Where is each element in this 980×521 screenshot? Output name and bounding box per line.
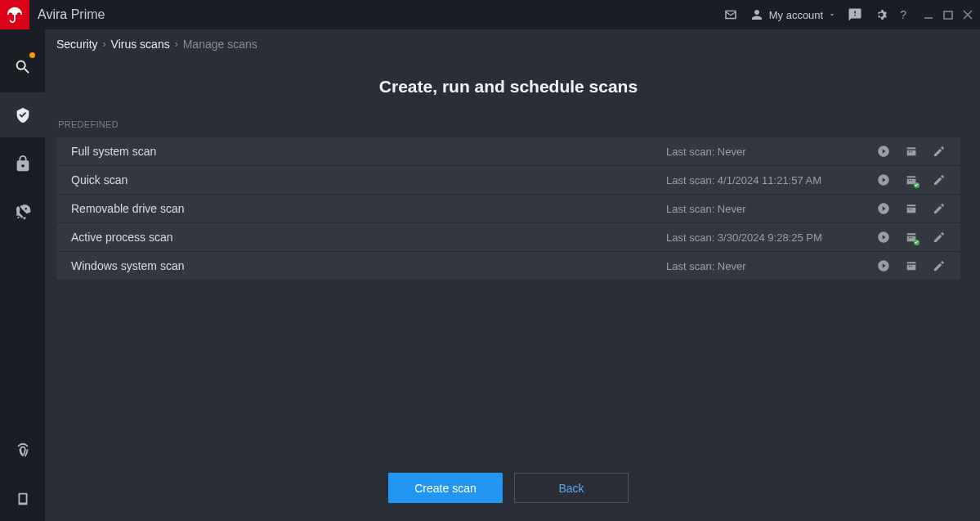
content: Security › Virus scans › Manage scans Cr… [45,29,980,521]
edit-icon[interactable] [933,202,946,215]
scan-row: Quick scanLast scan: 4/1/2024 11:21:57 A… [56,166,960,195]
sidebar-item-privacy[interactable] [0,141,45,186]
sidebar-item-device[interactable] [0,476,45,521]
create-scan-button[interactable]: Create scan [388,473,503,503]
check-badge [914,182,920,188]
settings-icon[interactable] [874,7,888,22]
mail-icon[interactable] [723,7,738,22]
maximize-icon[interactable] [942,9,954,20]
window-controls [923,9,973,20]
sidebar [0,29,45,521]
schedule-icon[interactable] [905,259,918,272]
lock-icon [14,155,32,173]
edit-icon[interactable] [933,145,946,158]
scan-list: Full system scanLast scan: NeverQuick sc… [56,137,960,281]
account-label: My account [769,9,823,21]
title-right: My account ? [723,7,973,22]
breadcrumb-security[interactable]: Security [56,38,98,51]
scan-actions [877,173,946,186]
breadcrumb-sep: › [103,38,106,50]
scan-actions [877,231,946,244]
scan-name: Windows system scan [71,259,666,272]
schedule-icon[interactable] [905,173,918,186]
brand-text: Avira Prime [38,7,105,22]
avira-logo [0,0,29,29]
section-label: PREDEFINED [58,119,960,129]
account-menu[interactable]: My account [750,7,836,22]
scan-status: Last scan: Never [666,146,862,158]
edit-icon[interactable] [933,259,946,272]
scan-status: Last scan: Never [666,203,862,215]
scan-actions [877,145,946,158]
scan-row: Removable drive scanLast scan: Never [56,195,960,223]
scan-name: Quick scan [71,173,666,186]
sidebar-item-security[interactable] [0,92,45,137]
edit-icon[interactable] [933,231,946,244]
check-badge [914,240,920,245]
breadcrumb-sep: › [175,38,178,50]
breadcrumb-current: Manage scans [183,38,257,51]
scan-name: Active process scan [71,231,666,244]
minimize-icon[interactable] [923,9,934,20]
fingerprint-icon [14,442,32,460]
schedule-icon[interactable] [905,202,918,215]
title-left: Avira Prime [0,0,105,29]
scan-actions [877,259,946,272]
notification-dot [29,52,35,58]
magnify-icon [14,58,32,76]
scan-status: Last scan: 4/1/2024 11:21:57 AM [666,174,862,186]
schedule-icon[interactable] [905,231,918,244]
footer: Create scan Back [56,473,960,506]
page-title: Create, run and schedule scans [56,77,960,97]
breadcrumb: Security › Virus scans › Manage scans [56,38,960,51]
rocket-icon [14,203,32,221]
chevron-down-icon [828,11,836,19]
play-icon[interactable] [877,231,890,244]
scan-name: Full system scan [71,145,666,158]
scan-actions [877,202,946,215]
play-icon[interactable] [877,173,890,186]
play-icon[interactable] [877,259,890,272]
scan-row: Windows system scanLast scan: Never [56,252,960,281]
scan-status: Last scan: 3/30/2024 9:28:25 PM [666,231,862,244]
sidebar-item-status[interactable] [0,44,45,89]
umbrella-icon [6,6,24,24]
feedback-icon[interactable] [848,7,862,22]
device-icon [14,490,32,508]
play-icon[interactable] [877,145,890,158]
breadcrumb-virus-scans[interactable]: Virus scans [111,38,170,51]
scan-row: Active process scanLast scan: 3/30/2024 … [56,223,960,252]
sidebar-item-fingerprint[interactable] [0,428,45,473]
scan-row: Full system scanLast scan: Never [56,137,960,166]
scan-name: Removable drive scan [71,202,666,215]
back-button[interactable]: Back [514,473,629,503]
sidebar-item-performance[interactable] [0,189,45,234]
shield-check-icon [14,106,32,124]
title-bar: Avira Prime My account ? [0,0,980,29]
close-icon[interactable] [962,9,973,20]
scan-status: Last scan: Never [666,260,862,272]
schedule-icon[interactable] [905,145,918,158]
play-icon[interactable] [877,202,890,215]
main-layout: Security › Virus scans › Manage scans Cr… [0,29,980,521]
edit-icon[interactable] [933,173,946,186]
user-icon [750,7,764,22]
svg-rect-1 [944,11,952,19]
help-icon[interactable]: ? [900,8,906,21]
